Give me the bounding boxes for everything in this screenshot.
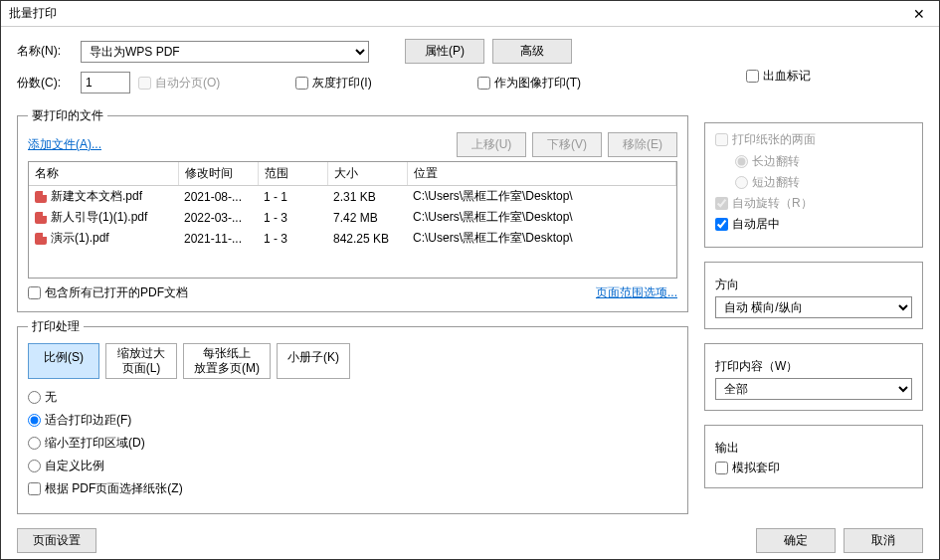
files-group-title: 要打印的文件	[28, 107, 107, 124]
pdf-icon	[35, 191, 47, 203]
auto-collate-checkbox: 自动分页(O)	[138, 75, 220, 92]
radio-long-edge: 长边翻转	[735, 153, 912, 170]
print-content-title: 打印内容（W）	[715, 358, 912, 375]
print-content-select[interactable]: 全部	[715, 378, 912, 400]
col-name[interactable]: 名称	[29, 162, 178, 186]
paper-by-page-checkbox[interactable]: 根据 PDF页面选择纸张(Z)	[28, 480, 677, 497]
auto-rotate-checkbox: 自动旋转（R）	[715, 195, 912, 212]
simulate-overprint-checkbox[interactable]: 模拟套印	[715, 460, 780, 476]
copies-label: 份数(C):	[17, 75, 73, 92]
files-table[interactable]: 名称 修改时间 范围 大小 位置 新建文本文档.pdf2021-08-...1 …	[28, 161, 677, 279]
radio-fit-margins[interactable]: 适合打印边距(F)	[28, 412, 677, 429]
page-setup-button[interactable]: 页面设置	[17, 528, 96, 553]
window-title: 批量打印	[9, 5, 57, 22]
remove-button[interactable]: 移除(E)	[608, 132, 677, 157]
move-up-button[interactable]: 上移(U)	[457, 132, 526, 157]
move-down-button[interactable]: 下移(V)	[532, 132, 602, 157]
handling-group: 打印处理 比例(S) 缩放过大页面(L) 每张纸上放置多页(M) 小册子(K) …	[17, 318, 688, 514]
duplex-group: 打印纸张的两面 长边翻转 短边翻转 自动旋转（R） 自动居中	[704, 122, 923, 248]
both-sides-checkbox: 打印纸张的两面	[715, 131, 816, 148]
printer-select[interactable]: 导出为WPS PDF	[81, 41, 369, 63]
bleed-marks-checkbox[interactable]: 出血标记	[746, 68, 811, 85]
col-range[interactable]: 范围	[258, 162, 327, 186]
ok-button[interactable]: 确定	[756, 528, 836, 553]
close-icon[interactable]: ✕	[907, 6, 931, 22]
tab-scale[interactable]: 比例(S)	[28, 343, 99, 379]
auto-center-checkbox[interactable]: 自动居中	[715, 216, 912, 233]
tab-zoom-large[interactable]: 缩放过大页面(L)	[105, 343, 177, 379]
table-row[interactable]: 新建文本文档.pdf2021-08-...1 - 12.31 KBC:\User…	[29, 186, 676, 208]
orientation-group: 方向 自动 横向/纵向	[704, 262, 923, 329]
properties-button[interactable]: 属性(P)	[405, 39, 484, 64]
orientation-title: 方向	[715, 277, 912, 293]
advanced-button[interactable]: 高级	[492, 39, 572, 64]
radio-none[interactable]: 无	[28, 389, 677, 406]
cancel-button[interactable]: 取消	[844, 528, 923, 553]
print-as-image-checkbox[interactable]: 作为图像打印(T)	[477, 75, 581, 92]
orientation-select[interactable]: 自动 横向/纵向	[715, 296, 912, 318]
files-group: 要打印的文件 添加文件(A)... 上移(U) 下移(V) 移除(E) 名称 修…	[17, 107, 688, 312]
include-open-checkbox[interactable]: 包含所有已打开的PDF文档	[28, 284, 188, 301]
printer-name-label: 名称(N):	[17, 43, 73, 60]
pdf-icon	[35, 212, 47, 224]
copies-input[interactable]	[81, 72, 130, 93]
col-modified[interactable]: 修改时间	[178, 162, 258, 186]
tab-booklet[interactable]: 小册子(K)	[277, 343, 350, 379]
tab-multiple-per-sheet[interactable]: 每张纸上放置多页(M)	[183, 343, 271, 379]
pdf-icon	[35, 233, 47, 245]
radio-custom[interactable]: 自定义比例	[28, 458, 677, 474]
table-row[interactable]: 新人引导(1)(1).pdf2022-03-...1 - 37.42 MBC:\…	[29, 207, 676, 228]
print-content-group: 打印内容（W） 全部	[704, 343, 923, 411]
col-location[interactable]: 位置	[407, 162, 676, 186]
radio-shrink-area[interactable]: 缩小至打印区域(D)	[28, 435, 677, 452]
output-title: 输出	[715, 440, 912, 457]
col-size[interactable]: 大小	[327, 162, 407, 186]
add-files-link[interactable]: 添加文件(A)...	[28, 136, 101, 153]
page-range-options-link[interactable]: 页面范围选项...	[596, 284, 677, 301]
radio-short-edge: 短边翻转	[735, 174, 912, 191]
titlebar: 批量打印 ✕	[1, 1, 939, 27]
table-row[interactable]: 演示(1).pdf2021-11-...1 - 3842.25 KBC:\Use…	[29, 228, 676, 249]
handling-group-title: 打印处理	[28, 318, 84, 335]
output-group: 输出 模拟套印	[704, 425, 923, 488]
grayscale-checkbox[interactable]: 灰度打印(I)	[295, 75, 371, 92]
